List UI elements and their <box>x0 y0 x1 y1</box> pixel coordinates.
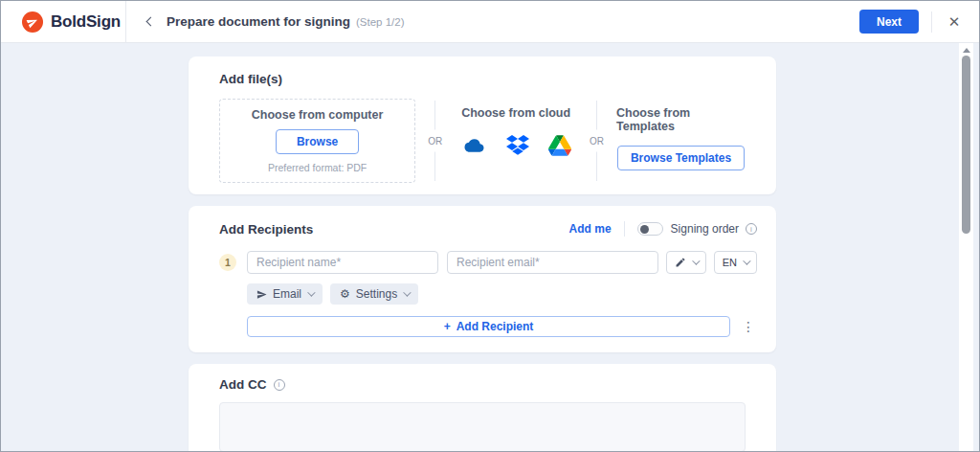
boldsign-logo-icon <box>22 11 43 33</box>
signature-pen-icon <box>675 257 686 268</box>
or-label-2: OR <box>588 130 606 152</box>
chevron-left-icon <box>145 17 155 27</box>
signing-order-toggle[interactable] <box>637 222 663 236</box>
plus-icon: + <box>444 320 451 333</box>
add-files-title: Add file(s) <box>219 72 746 86</box>
delivery-mode-dropdown[interactable]: Email <box>247 283 323 305</box>
add-files-card: Add file(s) Choose from computer Browse … <box>189 56 776 194</box>
upload-dropzone[interactable]: Choose from computer Browse Preferred fo… <box>219 99 415 183</box>
signing-order-info-icon[interactable]: i <box>746 223 757 235</box>
scrollbar-thumb[interactable] <box>962 56 970 234</box>
cc-info-icon[interactable]: i <box>274 379 285 391</box>
add-recipients-title: Add Recipients <box>219 222 569 237</box>
onedrive-icon[interactable] <box>461 136 487 155</box>
scrollbar-track[interactable] <box>959 43 973 452</box>
brand: BoldSign <box>1 1 126 42</box>
back-button[interactable] <box>140 11 161 33</box>
or-label: OR <box>426 130 444 152</box>
page-title: Prepare document for signing <box>167 14 350 29</box>
header-main: Prepare document for signing (Step 1/2) … <box>126 10 979 34</box>
scrollbar-up-arrow[interactable] <box>963 48 970 53</box>
step-indicator: (Step 1/2) <box>356 16 405 28</box>
recipients-header-divider <box>624 221 625 237</box>
cc-input-area[interactable] <box>219 402 746 452</box>
browse-button[interactable]: Browse <box>276 129 359 154</box>
brand-name: BoldSign <box>51 12 121 32</box>
add-recipient-label: Add Recipient <box>457 320 534 333</box>
cloud-heading: Choose from cloud <box>461 106 570 120</box>
recipient-name-input[interactable] <box>247 251 438 274</box>
add-me-link[interactable]: Add me <box>569 222 612 236</box>
signer-type-dropdown[interactable] <box>666 251 706 274</box>
next-button[interactable]: Next <box>859 10 919 34</box>
app-window: BoldSign Prepare document for signing (S… <box>0 0 980 452</box>
or-divider-2: OR <box>596 101 597 181</box>
header-divider <box>931 11 932 33</box>
cloud-section: Choose from cloud <box>455 106 577 156</box>
chevron-down-icon <box>307 288 315 296</box>
toggle-knob <box>640 225 649 234</box>
language-dropdown[interactable]: EN <box>714 251 757 274</box>
add-cc-card: Add CC i <box>189 364 776 452</box>
templates-section: Choose from Templates Browse Templates <box>616 106 746 170</box>
recipient-index-badge: 1 <box>219 254 236 271</box>
recipient-settings-label: Settings <box>356 287 397 301</box>
gear-icon: ⚙ <box>340 288 350 300</box>
recipient-settings-dropdown[interactable]: ⚙ Settings <box>330 283 418 305</box>
dropbox-icon[interactable] <box>506 135 529 156</box>
recipient-email-input[interactable] <box>447 251 658 274</box>
close-icon[interactable]: ✕ <box>945 12 964 32</box>
computer-heading: Choose from computer <box>252 108 384 122</box>
chevron-down-icon <box>692 257 700 264</box>
top-bar: BoldSign Prepare document for signing (S… <box>1 1 979 43</box>
add-recipient-button[interactable]: + Add Recipient <box>247 316 730 337</box>
add-recipients-card: Add Recipients Add me Signing order i 1 <box>189 206 776 352</box>
browse-templates-button[interactable]: Browse Templates <box>617 146 745 170</box>
send-icon <box>256 289 267 300</box>
google-drive-icon[interactable] <box>548 135 571 156</box>
chevron-down-icon <box>743 257 750 264</box>
recipient-more-menu-icon[interactable]: ⋮ <box>740 320 757 333</box>
content-column: Add file(s) Choose from computer Browse … <box>189 56 776 452</box>
or-divider: OR <box>434 101 435 181</box>
templates-heading: Choose from Templates <box>616 106 746 133</box>
format-hint: Preferred format: PDF <box>268 162 367 173</box>
signing-order-label: Signing order <box>671 222 739 236</box>
language-value: EN <box>723 257 737 268</box>
add-cc-title: Add CC <box>219 377 267 392</box>
delivery-mode-label: Email <box>273 287 301 301</box>
page-body: Add file(s) Choose from computer Browse … <box>1 43 979 452</box>
chevron-down-icon <box>403 288 411 296</box>
